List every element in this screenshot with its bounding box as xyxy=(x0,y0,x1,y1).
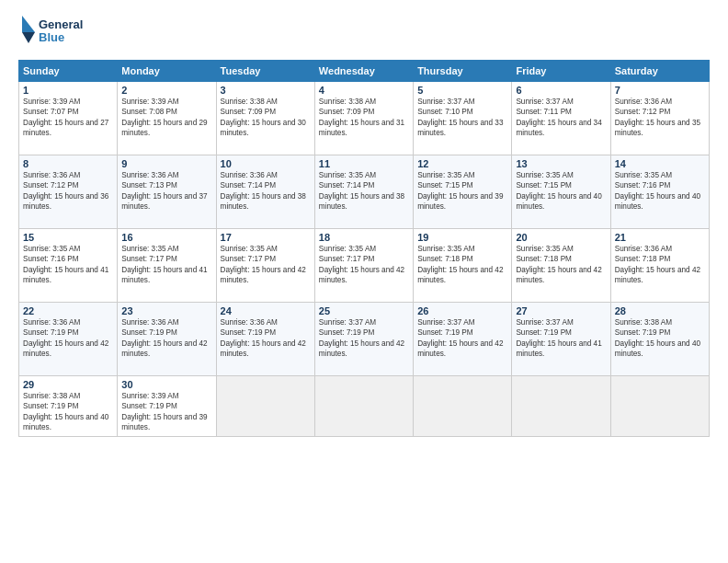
day-number: 18 xyxy=(319,232,409,243)
calendar-cell: 13Sunrise: 3:35 AM Sunset: 7:15 PM Dayli… xyxy=(512,155,610,229)
day-number: 5 xyxy=(417,85,507,96)
calendar-cell: 5Sunrise: 3:37 AM Sunset: 7:10 PM Daylig… xyxy=(414,82,512,155)
day-info: Sunrise: 3:38 AM Sunset: 7:19 PM Dayligh… xyxy=(23,391,113,433)
svg-marker-2 xyxy=(22,16,35,32)
day-info: Sunrise: 3:36 AM Sunset: 7:14 PM Dayligh… xyxy=(221,170,311,213)
day-info: Sunrise: 3:36 AM Sunset: 7:12 PM Dayligh… xyxy=(23,170,113,213)
calendar-cell: 4Sunrise: 3:38 AM Sunset: 7:09 PM Daylig… xyxy=(314,82,413,155)
day-number: 7 xyxy=(615,85,705,96)
day-info: Sunrise: 3:35 AM Sunset: 7:15 PM Dayligh… xyxy=(516,170,606,213)
calendar-cell: 27Sunrise: 3:37 AM Sunset: 7:19 PM Dayli… xyxy=(512,303,610,376)
calendar-cell: 23Sunrise: 3:36 AM Sunset: 7:19 PM Dayli… xyxy=(118,303,216,376)
day-number: 22 xyxy=(23,305,113,316)
day-number: 28 xyxy=(615,305,705,316)
day-info: Sunrise: 3:38 AM Sunset: 7:09 PM Dayligh… xyxy=(319,97,409,139)
calendar-header: SundayMondayTuesdayWednesdayThursdayFrid… xyxy=(19,61,710,82)
svg-marker-3 xyxy=(22,32,35,43)
day-number: 20 xyxy=(516,232,606,243)
calendar-cell: 18Sunrise: 3:35 AM Sunset: 7:17 PM Dayli… xyxy=(314,229,413,303)
day-info: Sunrise: 3:35 AM Sunset: 7:17 PM Dayligh… xyxy=(221,244,311,286)
day-info: Sunrise: 3:35 AM Sunset: 7:18 PM Dayligh… xyxy=(417,244,507,286)
day-number: 19 xyxy=(417,232,507,243)
weekday-thursday: Thursday xyxy=(414,61,512,82)
day-info: Sunrise: 3:37 AM Sunset: 7:19 PM Dayligh… xyxy=(319,317,409,360)
calendar-cell: 14Sunrise: 3:35 AM Sunset: 7:16 PM Dayli… xyxy=(610,155,709,229)
day-info: Sunrise: 3:35 AM Sunset: 7:15 PM Dayligh… xyxy=(417,170,507,213)
calendar-cell: 12Sunrise: 3:35 AM Sunset: 7:15 PM Dayli… xyxy=(414,155,512,229)
day-number: 26 xyxy=(417,305,507,316)
day-info: Sunrise: 3:37 AM Sunset: 7:11 PM Dayligh… xyxy=(516,97,606,139)
weekday-tuesday: Tuesday xyxy=(216,61,314,82)
weekday-monday: Monday xyxy=(118,61,216,82)
day-info: Sunrise: 3:39 AM Sunset: 7:07 PM Dayligh… xyxy=(23,97,113,139)
day-number: 3 xyxy=(221,85,311,96)
calendar-week-4: 22Sunrise: 3:36 AM Sunset: 7:19 PM Dayli… xyxy=(19,303,710,376)
calendar-week-2: 8Sunrise: 3:36 AM Sunset: 7:12 PM Daylig… xyxy=(19,155,710,229)
svg-text:General: General xyxy=(39,17,83,31)
header: General Blue xyxy=(18,14,710,51)
day-info: Sunrise: 3:36 AM Sunset: 7:19 PM Dayligh… xyxy=(221,317,311,360)
day-number: 25 xyxy=(319,305,409,316)
svg-text:Blue: Blue xyxy=(39,30,64,44)
day-number: 11 xyxy=(319,158,409,169)
day-number: 6 xyxy=(516,85,606,96)
day-info: Sunrise: 3:35 AM Sunset: 7:14 PM Dayligh… xyxy=(319,170,409,213)
day-number: 17 xyxy=(221,232,311,243)
calendar-cell: 10Sunrise: 3:36 AM Sunset: 7:14 PM Dayli… xyxy=(216,155,314,229)
day-info: Sunrise: 3:36 AM Sunset: 7:13 PM Dayligh… xyxy=(121,170,211,213)
day-number: 9 xyxy=(121,158,211,169)
calendar-cell: 25Sunrise: 3:37 AM Sunset: 7:19 PM Dayli… xyxy=(314,303,413,376)
calendar-week-5: 29Sunrise: 3:38 AM Sunset: 7:19 PM Dayli… xyxy=(19,376,710,437)
calendar-cell: 9Sunrise: 3:36 AM Sunset: 7:13 PM Daylig… xyxy=(118,155,216,229)
weekday-header-row: SundayMondayTuesdayWednesdayThursdayFrid… xyxy=(19,61,710,82)
calendar-cell xyxy=(414,376,512,437)
calendar-cell: 29Sunrise: 3:38 AM Sunset: 7:19 PM Dayli… xyxy=(19,376,118,437)
day-number: 24 xyxy=(221,305,311,316)
calendar-cell: 15Sunrise: 3:35 AM Sunset: 7:16 PM Dayli… xyxy=(19,229,118,303)
logo-svg: General Blue xyxy=(18,14,101,51)
day-info: Sunrise: 3:37 AM Sunset: 7:19 PM Dayligh… xyxy=(417,317,507,360)
logo: General Blue xyxy=(18,14,101,51)
day-number: 12 xyxy=(417,158,507,169)
calendar-cell xyxy=(314,376,413,437)
calendar-cell: 1Sunrise: 3:39 AM Sunset: 7:07 PM Daylig… xyxy=(19,82,118,155)
calendar-cell: 7Sunrise: 3:36 AM Sunset: 7:12 PM Daylig… xyxy=(610,82,709,155)
day-number: 27 xyxy=(516,305,606,316)
weekday-sunday: Sunday xyxy=(19,61,118,82)
day-info: Sunrise: 3:37 AM Sunset: 7:19 PM Dayligh… xyxy=(516,317,606,360)
day-number: 10 xyxy=(221,158,311,169)
day-info: Sunrise: 3:36 AM Sunset: 7:19 PM Dayligh… xyxy=(23,317,113,360)
calendar-cell: 26Sunrise: 3:37 AM Sunset: 7:19 PM Dayli… xyxy=(414,303,512,376)
day-info: Sunrise: 3:36 AM Sunset: 7:12 PM Dayligh… xyxy=(615,97,705,139)
day-info: Sunrise: 3:38 AM Sunset: 7:09 PM Dayligh… xyxy=(221,97,311,139)
calendar-cell: 30Sunrise: 3:39 AM Sunset: 7:19 PM Dayli… xyxy=(118,376,216,437)
calendar-cell: 22Sunrise: 3:36 AM Sunset: 7:19 PM Dayli… xyxy=(19,303,118,376)
calendar-cell: 17Sunrise: 3:35 AM Sunset: 7:17 PM Dayli… xyxy=(216,229,314,303)
calendar-cell: 16Sunrise: 3:35 AM Sunset: 7:17 PM Dayli… xyxy=(118,229,216,303)
calendar-cell: 28Sunrise: 3:38 AM Sunset: 7:19 PM Dayli… xyxy=(610,303,709,376)
calendar-cell xyxy=(216,376,314,437)
day-number: 21 xyxy=(615,232,705,243)
calendar-cell: 2Sunrise: 3:39 AM Sunset: 7:08 PM Daylig… xyxy=(118,82,216,155)
day-number: 14 xyxy=(615,158,705,169)
calendar-cell: 6Sunrise: 3:37 AM Sunset: 7:11 PM Daylig… xyxy=(512,82,610,155)
calendar-week-1: 1Sunrise: 3:39 AM Sunset: 7:07 PM Daylig… xyxy=(19,82,710,155)
day-number: 4 xyxy=(319,85,409,96)
calendar-cell: 11Sunrise: 3:35 AM Sunset: 7:14 PM Dayli… xyxy=(314,155,413,229)
day-number: 15 xyxy=(23,232,113,243)
weekday-friday: Friday xyxy=(512,61,610,82)
day-info: Sunrise: 3:38 AM Sunset: 7:19 PM Dayligh… xyxy=(615,317,705,360)
day-number: 13 xyxy=(516,158,606,169)
day-info: Sunrise: 3:35 AM Sunset: 7:18 PM Dayligh… xyxy=(516,244,606,286)
weekday-wednesday: Wednesday xyxy=(314,61,413,82)
calendar-cell xyxy=(512,376,610,437)
day-info: Sunrise: 3:37 AM Sunset: 7:10 PM Dayligh… xyxy=(417,97,507,139)
day-info: Sunrise: 3:36 AM Sunset: 7:18 PM Dayligh… xyxy=(615,244,705,286)
calendar-cell: 21Sunrise: 3:36 AM Sunset: 7:18 PM Dayli… xyxy=(610,229,709,303)
page: General Blue SundayMondayTuesdayWednesda… xyxy=(0,0,728,563)
calendar-cell: 3Sunrise: 3:38 AM Sunset: 7:09 PM Daylig… xyxy=(216,82,314,155)
day-info: Sunrise: 3:39 AM Sunset: 7:08 PM Dayligh… xyxy=(121,97,211,139)
day-number: 8 xyxy=(23,158,113,169)
weekday-saturday: Saturday xyxy=(610,61,709,82)
calendar-cell: 8Sunrise: 3:36 AM Sunset: 7:12 PM Daylig… xyxy=(19,155,118,229)
